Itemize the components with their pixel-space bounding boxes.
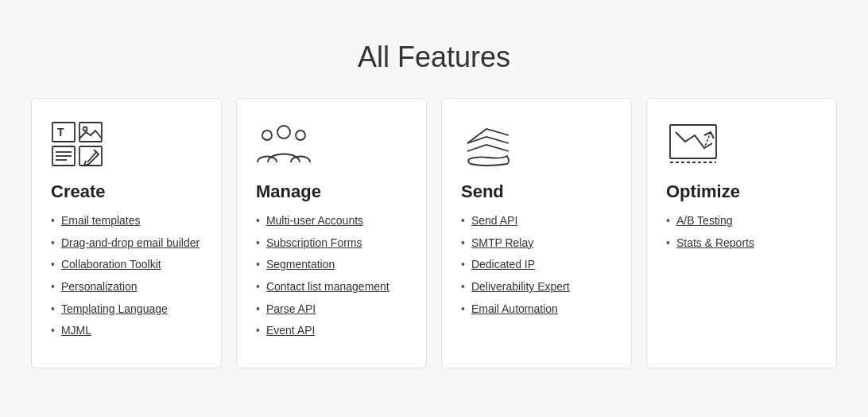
list-item: Segmentation bbox=[256, 257, 407, 273]
card-send-list: Send API SMTP Relay Dedicated IP Deliver… bbox=[461, 213, 612, 317]
svg-point-11 bbox=[262, 131, 272, 140]
list-item: Subscription Forms bbox=[256, 236, 407, 251]
page-wrapper: All Features T bbox=[0, 17, 868, 400]
templating-language-link[interactable]: Templating Language bbox=[61, 302, 168, 318]
svg-point-12 bbox=[296, 131, 305, 140]
list-item: Personalization bbox=[51, 279, 202, 295]
create-icon: T bbox=[51, 121, 107, 169]
email-templates-link[interactable]: Email templates bbox=[61, 213, 141, 229]
svg-point-10 bbox=[277, 126, 290, 138]
multiuser-link[interactable]: Multi-user Accounts bbox=[266, 213, 363, 229]
email-automation-link[interactable]: Email Automation bbox=[471, 302, 558, 318]
card-send-title: Send bbox=[461, 181, 612, 202]
card-optimize: Optimize A/B Testing Stats & Reports bbox=[646, 98, 837, 368]
deliverability-link[interactable]: Deliverability Expert bbox=[471, 279, 570, 295]
dedicated-ip-link[interactable]: Dedicated IP bbox=[471, 257, 535, 273]
manage-icon bbox=[256, 121, 312, 169]
drag-drop-link[interactable]: Drag-and-drop email builder bbox=[61, 236, 200, 251]
card-create-title: Create bbox=[51, 181, 202, 202]
list-item: Send API bbox=[461, 213, 612, 229]
subscription-forms-link[interactable]: Subscription Forms bbox=[266, 236, 362, 251]
stats-reports-link[interactable]: Stats & Reports bbox=[676, 236, 754, 251]
personalization-link[interactable]: Personalization bbox=[61, 279, 138, 295]
list-item: Collaboration Toolkit bbox=[51, 257, 202, 273]
list-item: SMTP Relay bbox=[461, 236, 612, 251]
card-manage-list: Multi-user Accounts Subscription Forms S… bbox=[256, 213, 407, 339]
send-icon bbox=[461, 121, 517, 169]
event-api-link[interactable]: Event API bbox=[266, 323, 315, 339]
list-item: Contact list management bbox=[256, 279, 407, 295]
ab-testing-link[interactable]: A/B Testing bbox=[676, 213, 733, 229]
card-manage-title: Manage bbox=[256, 181, 407, 202]
page-title: All Features bbox=[16, 41, 852, 74]
list-item: Deliverability Expert bbox=[461, 279, 612, 295]
list-item: MJML bbox=[51, 323, 202, 339]
mjml-link[interactable]: MJML bbox=[61, 323, 91, 339]
card-optimize-list: A/B Testing Stats & Reports bbox=[666, 213, 817, 251]
segmentation-link[interactable]: Segmentation bbox=[266, 257, 335, 273]
list-item: Multi-user Accounts bbox=[256, 213, 407, 229]
list-item: Drag-and-drop email builder bbox=[51, 236, 202, 251]
parse-api-link[interactable]: Parse API bbox=[266, 302, 316, 318]
list-item: Parse API bbox=[256, 302, 407, 318]
card-optimize-title: Optimize bbox=[666, 181, 817, 202]
list-item: Event API bbox=[256, 323, 407, 339]
card-create: T Create Email templ bbox=[31, 98, 222, 368]
svg-rect-2 bbox=[79, 123, 102, 142]
list-item: Dedicated IP bbox=[461, 257, 612, 273]
optimize-icon bbox=[666, 121, 722, 169]
svg-rect-13 bbox=[670, 125, 716, 158]
collaboration-toolkit-link[interactable]: Collaboration Toolkit bbox=[61, 257, 161, 273]
list-item: Stats & Reports bbox=[666, 236, 817, 251]
smtp-relay-link[interactable]: SMTP Relay bbox=[471, 236, 533, 251]
svg-text:T: T bbox=[57, 126, 64, 138]
card-manage: Manage Multi-user Accounts Subscription … bbox=[236, 98, 427, 368]
list-item: Email templates bbox=[51, 213, 202, 229]
card-create-list: Email templates Drag-and-drop email buil… bbox=[51, 213, 202, 339]
send-api-link[interactable]: Send API bbox=[471, 213, 517, 229]
list-item: A/B Testing bbox=[666, 213, 817, 229]
contact-list-link[interactable]: Contact list management bbox=[266, 279, 389, 295]
svg-point-3 bbox=[83, 127, 87, 131]
cards-row: T Create Email templ bbox=[16, 98, 852, 368]
card-send: Send Send API SMTP Relay Dedicated IP De… bbox=[441, 98, 632, 368]
list-item: Email Automation bbox=[461, 302, 612, 318]
list-item: Templating Language bbox=[51, 302, 202, 318]
